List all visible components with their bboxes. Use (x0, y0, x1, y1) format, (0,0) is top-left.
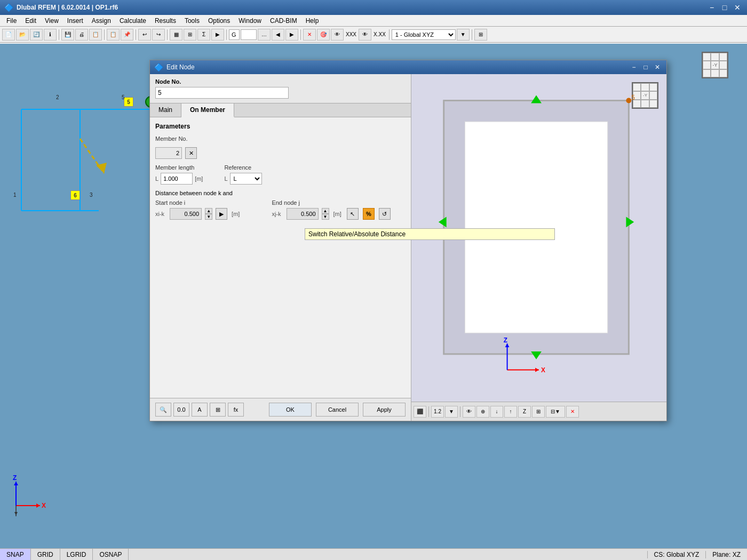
reset-btn[interactable]: ↺ (379, 208, 391, 220)
member-select-btn[interactable]: ✕ (185, 147, 197, 159)
lc-menu-btn[interactable]: … (258, 29, 271, 41)
xik-forward-btn[interactable]: ▶ (216, 208, 227, 220)
preview-angle-btn[interactable]: ▼ (445, 406, 458, 418)
close-button[interactable]: ✕ (732, 2, 743, 13)
cancel-button[interactable]: Cancel (316, 403, 359, 417)
vc-cell (703, 53, 711, 61)
title-text: Dlubal RFEM | 6.02.0014 | OP1.rf6 (17, 4, 118, 11)
view-options-btn[interactable]: ✕ (303, 29, 316, 41)
member-length-label: Member length (155, 164, 203, 171)
eye-btn[interactable]: 👁 (359, 29, 371, 41)
distance-row-outer: Start node i xi-k ▲ ▼ ▶ [m] (155, 199, 406, 223)
dialog-titlebar: 🔷 Edit Node − □ ✕ (150, 60, 666, 74)
text-footer-btn[interactable]: A (192, 403, 208, 417)
xik-input[interactable] (170, 208, 202, 220)
print-preview-button[interactable]: 📋 (89, 29, 102, 41)
select-btn[interactable]: ↖ (347, 208, 359, 220)
redo-button[interactable]: ↪ (152, 29, 165, 41)
save-button[interactable]: 💾 (61, 29, 74, 41)
svg-marker-19 (626, 217, 634, 227)
menu-options[interactable]: Options (204, 16, 234, 26)
snap-btn[interactable]: 🎯 (317, 29, 330, 41)
maximize-button[interactable]: □ (719, 2, 730, 13)
search-footer-btn[interactable]: 🔍 (155, 403, 171, 417)
xik-down-btn[interactable]: ▼ (205, 214, 212, 220)
tab-on-member[interactable]: On Member (181, 103, 234, 117)
node-box-6: 6 (70, 190, 80, 200)
preview-view-btn[interactable]: 1.2 (431, 406, 444, 418)
menu-view[interactable]: View (41, 16, 63, 26)
menu-edit[interactable]: Edit (21, 16, 41, 26)
lc-input[interactable] (229, 29, 240, 40)
snap-status[interactable]: SNAP (0, 549, 31, 560)
preview-close-btn[interactable]: ✕ (566, 406, 579, 418)
lc-prev-btn[interactable]: ◀ (272, 29, 284, 41)
run-button[interactable]: ▶ (211, 29, 224, 41)
table-button[interactable]: ▦ (170, 29, 182, 41)
dialog-maximize-btn[interactable]: □ (641, 62, 650, 72)
table-footer-btn[interactable]: 0.0 (173, 403, 189, 417)
svg-marker-20 (531, 95, 542, 103)
node-no-input[interactable] (155, 87, 289, 99)
xjk-input[interactable] (287, 208, 319, 220)
lgrid-status[interactable]: LGRID (60, 549, 93, 560)
minimize-button[interactable]: − (706, 2, 717, 13)
calc-button[interactable]: Σ (197, 29, 210, 41)
print-button[interactable]: 🖨 (75, 29, 88, 41)
lc-next-btn[interactable]: ▶ (285, 29, 298, 41)
preview-up-btn[interactable]: ↑ (504, 406, 517, 418)
percent-btn[interactable]: % (363, 208, 375, 220)
menu-tools[interactable]: Tools (180, 16, 204, 26)
member-no-input[interactable] (155, 147, 182, 159)
dialog-close-btn[interactable]: ✕ (653, 62, 662, 72)
menu-calculate[interactable]: Calculate (115, 16, 150, 26)
xjk-down-btn[interactable]: ▼ (322, 214, 329, 220)
osnap-status[interactable]: OSNAP (93, 549, 129, 560)
preview-viewcube: -Y (629, 79, 661, 111)
ok-button[interactable]: OK (269, 403, 312, 417)
xik-row: xi-k ▲ ▼ ▶ [m] (155, 208, 240, 220)
xik-up-btn[interactable]: ▲ (205, 208, 212, 214)
grid-status[interactable]: GRID (31, 549, 60, 560)
preview-render-btn[interactable]: ⬛ (414, 406, 426, 418)
xyz-label: XXX (345, 31, 357, 37)
menu-results[interactable]: Results (150, 16, 180, 26)
axis-indicator: X Z (5, 474, 48, 516)
func-footer-btn[interactable]: fx (228, 403, 244, 417)
new-button[interactable]: 📄 (2, 29, 15, 41)
preview-z-btn[interactable]: Z (518, 406, 531, 418)
menu-help[interactable]: Help (301, 16, 323, 26)
menu-cad-bim[interactable]: CAD-BIM (266, 16, 301, 26)
preview-node-btn[interactable]: ⊕ (476, 406, 489, 418)
undo-button[interactable]: ↩ (138, 29, 151, 41)
info-button[interactable]: ℹ (44, 29, 57, 41)
preview-eye-btn[interactable]: 👁 (463, 406, 475, 418)
shape-footer-btn[interactable]: ⊞ (210, 403, 226, 417)
tab-main[interactable]: Main (150, 103, 181, 117)
xjk-up-btn[interactable]: ▲ (322, 208, 329, 214)
menu-file[interactable]: File (2, 16, 21, 26)
member-length-input[interactable] (161, 173, 193, 185)
start-node-group: Start node i xi-k ▲ ▼ ▶ [m] (155, 199, 240, 223)
apply-button[interactable]: Apply (363, 403, 406, 417)
render-btn[interactable]: 👁 (331, 29, 344, 41)
coord-menu-btn[interactable]: ▼ (457, 29, 470, 41)
menu-window[interactable]: Window (234, 16, 266, 26)
reference-select[interactable]: L x y z (230, 173, 262, 185)
svg-line-5 (80, 139, 104, 173)
open-button[interactable]: 📂 (16, 29, 29, 41)
more-btn[interactable]: ⊞ (474, 29, 487, 41)
menu-assign[interactable]: Assign (88, 16, 115, 26)
copy-button[interactable]: 📋 (107, 29, 120, 41)
dialog-minimize-btn[interactable]: − (629, 62, 639, 72)
lc-name-input[interactable]: LC1 (241, 29, 257, 40)
sep-prev2 (460, 406, 460, 417)
paste-button[interactable]: 📌 (121, 29, 133, 41)
coord-system-select[interactable]: 1 - Global XYZ (392, 29, 456, 40)
preview-xyz-btn[interactable]: ⊞ (532, 406, 545, 418)
refresh-button[interactable]: 🔄 (30, 29, 43, 41)
preview-down-btn[interactable]: ↓ (490, 406, 503, 418)
grid-button[interactable]: ⊞ (184, 29, 196, 41)
menu-insert[interactable]: Insert (63, 16, 88, 26)
preview-3d-btn[interactable]: ⊟▼ (546, 406, 565, 418)
